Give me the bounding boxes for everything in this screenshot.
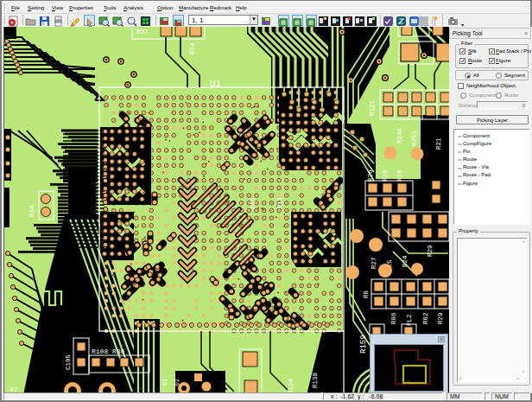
svg-text:02: 02 [174, 379, 180, 386]
svg-text:R246: R246 [396, 127, 403, 144]
svg-text:R29: R29 [427, 245, 434, 257]
svg-text:R121: R121 [369, 99, 376, 116]
svg-text:R29: R29 [437, 312, 444, 324]
svg-text:R25: R25 [250, 197, 256, 208]
svg-text:R26: R26 [367, 169, 374, 182]
svg-text:R108 R36: R108 R36 [92, 348, 125, 355]
svg-text:R8: R8 [363, 290, 370, 298]
svg-text:R13: R13 [276, 197, 283, 208]
svg-text:R44: R44 [28, 205, 35, 217]
svg-text:R159: R159 [359, 335, 368, 354]
svg-text:R251: R251 [411, 130, 418, 146]
svg-text:R82: R82 [422, 312, 429, 324]
svg-text:01: 01 [162, 379, 168, 386]
svg-text:R86: R86 [390, 312, 397, 324]
svg-text:R24: R24 [402, 255, 408, 267]
svg-text:R19: R19 [396, 169, 403, 182]
svg-text:R27: R27 [370, 257, 377, 269]
svg-text:R21: R21 [435, 137, 442, 150]
svg-text:C105: C105 [65, 354, 72, 370]
svg-text:R37: R37 [136, 29, 149, 35]
svg-text:R130: R130 [312, 372, 319, 388]
svg-text:R20: R20 [382, 169, 389, 182]
svg-text:R84: R84 [189, 42, 196, 54]
svg-text:U1: U1 [210, 79, 222, 89]
